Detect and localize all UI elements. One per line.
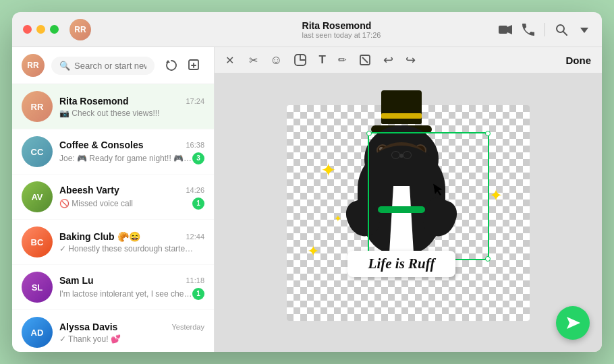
- chat-name: Baking Club 🥐😄: [59, 231, 140, 242]
- my-avatar[interactable]: RR: [22, 54, 45, 77]
- title-bar-actions: [499, 23, 591, 36]
- phone-call-icon[interactable]: [522, 23, 535, 36]
- chat-info: Alyssa DavisYesterday✓ Thank you! 💕: [59, 322, 204, 344]
- chat-time: 14:26: [186, 186, 204, 194]
- chat-avatar: BC: [22, 226, 53, 257]
- title-bar-avatar: RR: [69, 19, 91, 40]
- chat-info: Coffee & Consoles16:38Joe: 🎮 Ready for g…: [59, 140, 204, 164]
- unread-badge: 1: [192, 288, 204, 300]
- svg-line-11: [362, 57, 368, 63]
- search-icon[interactable]: [555, 23, 568, 36]
- contact-name: Rita Rosemond: [302, 20, 372, 31]
- chat-preview: 📷 Check out these views!!!: [59, 109, 159, 118]
- unread-badge: 1: [192, 198, 204, 210]
- redo-tool[interactable]: ↪: [406, 53, 416, 67]
- search-bar[interactable]: 🔍: [51, 57, 155, 75]
- svg-marker-12: [567, 317, 580, 329]
- chat-name: Coffee & Consoles: [59, 140, 143, 150]
- chat-name: Alyssa Davis: [59, 322, 117, 332]
- title-bar-center: RR Rita Rosemond last seen today at 17:2…: [69, 19, 499, 40]
- editor-toolbar: ✕ ✂ ☺ T ✏ ↩ ↪ Done: [215, 47, 602, 73]
- pug-sticker: Life is Ruff: [327, 112, 476, 287]
- scissors-tool[interactable]: ✂: [249, 54, 258, 67]
- chat-avatar: RR: [22, 91, 53, 122]
- chat-time: 12:44: [186, 233, 204, 241]
- svg-rect-0: [499, 26, 507, 34]
- chat-item[interactable]: RRRita Rosemond17:24📷 Check out these vi…: [12, 84, 214, 129]
- chat-info: Rita Rosemond17:24📷 Check out these view…: [59, 96, 204, 118]
- canvas-background: ✦ ✦ ✦ ✦ ✦: [287, 105, 530, 321]
- maximize-button[interactable]: [50, 25, 59, 34]
- crop-tool[interactable]: [359, 54, 371, 66]
- undo-tool[interactable]: ↩: [383, 53, 393, 67]
- draw-tool[interactable]: ✏: [338, 54, 347, 66]
- text-tool[interactable]: T: [318, 53, 325, 67]
- chat-preview: 🚫 Missed voice call: [59, 199, 133, 208]
- chat-name: Abeesh Varty: [59, 185, 119, 195]
- send-button[interactable]: [556, 306, 590, 340]
- sidebar: RR 🔍: [12, 47, 215, 352]
- green-collar: [378, 206, 425, 213]
- contact-info: Rita Rosemond last seen today at 17:26: [302, 20, 381, 39]
- main-content: RR 🔍: [12, 47, 602, 352]
- search-bar-icon: 🔍: [59, 61, 70, 71]
- traffic-lights: [23, 25, 59, 34]
- chat-item[interactable]: CCCoffee & Consoles16:38Joe: 🎮 Ready for…: [12, 129, 214, 175]
- more-options-icon[interactable]: [578, 23, 591, 36]
- svg-marker-5: [166, 60, 170, 63]
- svg-marker-4: [580, 28, 588, 33]
- chat-time: Yesterday: [171, 323, 204, 331]
- app-window: RR Rita Rosemond last seen today at 17:2…: [12, 12, 602, 352]
- chat-preview: ✓ Honestly these sourdough starters are …: [59, 244, 194, 253]
- chat-name: Sam Lu: [59, 275, 94, 286]
- close-button[interactable]: [23, 25, 32, 34]
- sticker-canvas: ✦ ✦ ✦ ✦ ✦: [215, 73, 602, 352]
- chat-avatar: CC: [22, 136, 53, 167]
- unread-badge: 3: [192, 152, 204, 164]
- chat-time: 17:24: [186, 97, 204, 105]
- video-call-icon[interactable]: [499, 23, 512, 36]
- chat-info: Abeesh Varty14:26🚫 Missed voice call1: [59, 185, 204, 210]
- chat-avatar: SL: [22, 272, 53, 303]
- refresh-icon[interactable]: [161, 55, 182, 75]
- sticker-tool[interactable]: [294, 54, 306, 66]
- pug-sign-text: Life is Ruff: [368, 255, 435, 272]
- done-button[interactable]: Done: [566, 55, 592, 66]
- chat-list: RRRita Rosemond17:24📷 Check out these vi…: [12, 84, 214, 352]
- sparkle-5: ✦: [307, 243, 319, 260]
- svg-line-3: [563, 31, 567, 35]
- chat-info: Baking Club 🥐😄12:44✓ Honestly these sour…: [59, 231, 204, 253]
- chat-item[interactable]: AVAbeesh Varty14:26🚫 Missed voice call1: [12, 175, 214, 220]
- pug-sign: Life is Ruff: [347, 251, 455, 277]
- chat-preview: I'm lactose intolerant yet, I see cheese…: [59, 289, 192, 299]
- chat-area: ✕ ✂ ☺ T ✏ ↩ ↪ Done ✦: [215, 47, 602, 352]
- chat-item[interactable]: SLSam Lu11:18I'm lactose intolerant yet,…: [12, 265, 214, 310]
- chat-preview: Joe: 🎮 Ready for game night!! 🎮🍕: [59, 154, 192, 163]
- search-input[interactable]: [74, 61, 146, 71]
- editor-close-button[interactable]: ✕: [225, 54, 234, 67]
- chat-preview: ✓ Thank you! 💕: [59, 334, 121, 344]
- svg-marker-1: [507, 25, 512, 34]
- chat-avatar: AV: [22, 181, 53, 212]
- hat-band: [381, 113, 422, 119]
- chat-time: 16:38: [186, 141, 204, 149]
- sidebar-actions: [161, 55, 204, 75]
- toolbar-divider: [545, 23, 545, 36]
- chat-item[interactable]: ADAlyssa DavisYesterday✓ Thank you! 💕: [12, 310, 214, 352]
- chat-avatar: AD: [22, 317, 53, 348]
- chat-name: Rita Rosemond: [59, 96, 129, 107]
- bow-tie: [391, 151, 412, 160]
- title-bar: RR Rita Rosemond last seen today at 17:2…: [12, 12, 602, 47]
- compose-icon[interactable]: [184, 55, 204, 75]
- emoji-tool[interactable]: ☺: [270, 53, 282, 67]
- selection-handle-tr[interactable]: [485, 131, 491, 136]
- sidebar-header: RR 🔍: [12, 47, 214, 84]
- hat-body: [381, 90, 422, 124]
- chat-time: 11:18: [186, 276, 204, 284]
- chat-info: Sam Lu11:18I'm lactose intolerant yet, I…: [59, 275, 204, 300]
- selection-handle-br[interactable]: [485, 256, 491, 262]
- chat-item[interactable]: BCBaking Club 🥐😄12:44✓ Honestly these so…: [12, 220, 214, 265]
- last-seen: last seen today at 17:26: [302, 31, 381, 39]
- sparkle-3: ✦: [489, 186, 503, 205]
- minimize-button[interactable]: [36, 25, 45, 34]
